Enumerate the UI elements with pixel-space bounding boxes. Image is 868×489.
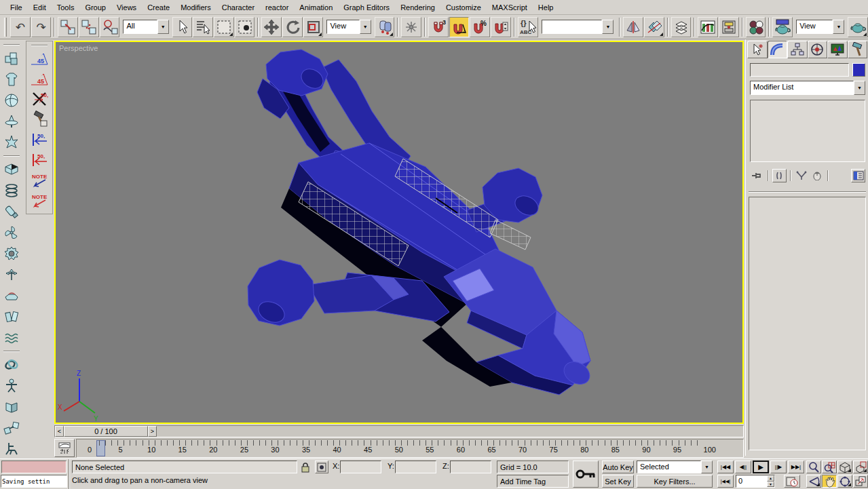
timeline-ruler[interactable]: 0510152025303540455055606570758085909510…	[76, 439, 744, 458]
redo-button[interactable]: ↷	[31, 17, 52, 37]
menu-item[interactable]: Rendering	[396, 2, 440, 13]
zoom-extents-all-button[interactable]	[853, 461, 868, 473]
fan-button[interactable]	[1, 222, 22, 242]
tab-display[interactable]	[827, 41, 848, 58]
menu-item[interactable]: Help	[533, 2, 559, 13]
rope-knot-button[interactable]	[1, 355, 22, 374]
tab-create[interactable]	[747, 41, 768, 58]
menu-item[interactable]: Customize	[441, 2, 486, 13]
go-to-end-button[interactable]: ▶▶|	[788, 461, 804, 473]
layer-manager-button[interactable]	[671, 17, 692, 37]
menu-item[interactable]: Group	[80, 2, 111, 13]
select-object-button[interactable]	[172, 17, 193, 37]
frame-50-red-button[interactable]: 50,	[28, 150, 51, 170]
rope-collection-button[interactable]	[1, 111, 22, 131]
zoom-all-button[interactable]	[822, 461, 837, 473]
constraint-button[interactable]	[1, 418, 22, 438]
dropdown-arrow-icon[interactable]: ▼	[854, 81, 865, 95]
select-and-move-button[interactable]	[261, 17, 282, 37]
menu-item[interactable]: Tools	[52, 2, 79, 13]
wind-button[interactable]	[1, 265, 22, 285]
toolbar-grip[interactable]	[4, 18, 7, 37]
y-coordinate-field[interactable]	[395, 461, 436, 473]
rigid-body-collection-button[interactable]	[1, 48, 22, 68]
tab-modify[interactable]	[768, 41, 788, 58]
angle-snap-toggle-button[interactable]	[449, 17, 470, 37]
reference-coordinate-dropdown[interactable]: View ▼	[326, 20, 371, 34]
perspective-viewport[interactable]: Z X Y Perspective	[54, 41, 744, 424]
fragment-button[interactable]	[1, 397, 22, 417]
time-configuration-button[interactable]	[784, 475, 800, 488]
key-mode-toggle[interactable]: |◀◀|	[717, 475, 734, 488]
x-coordinate-field[interactable]	[340, 461, 381, 473]
motor-button[interactable]	[1, 243, 22, 263]
align-button[interactable]	[644, 17, 664, 37]
menu-item[interactable]: Create	[143, 2, 174, 13]
tab-utilities[interactable]	[848, 41, 868, 58]
viewport-label[interactable]: Perspective	[59, 44, 98, 52]
make-unique-button[interactable]	[795, 169, 809, 182]
menu-item[interactable]: Character	[217, 2, 259, 13]
dropdown-arrow-icon[interactable]: ▼	[833, 20, 844, 34]
note-key-blue-button[interactable]: NOTE	[28, 170, 51, 191]
object-name-field[interactable]	[750, 63, 849, 77]
water-button[interactable]	[1, 328, 22, 348]
named-selection-set-dropdown[interactable]: ▼	[542, 20, 614, 34]
set-keys-button[interactable]	[573, 461, 599, 488]
frame-spinner[interactable]: ▲ ▼	[767, 475, 774, 487]
tab-motion[interactable]	[808, 41, 828, 58]
percent-snap-toggle-button[interactable]: %	[470, 17, 490, 37]
open-mini-curve-editor-button[interactable]	[54, 439, 75, 457]
play-button[interactable]: ▶	[753, 461, 769, 473]
curve-editor-button[interactable]	[698, 17, 718, 37]
show-end-result-button[interactable]	[772, 169, 787, 182]
disabled-50-button[interactable]: 50,	[28, 89, 51, 109]
next-frame-slider-button[interactable]: >	[148, 426, 157, 437]
cloth-collection-button[interactable]	[1, 69, 22, 89]
spinner-down-icon[interactable]: ▼	[767, 482, 774, 488]
configure-modifier-sets-button[interactable]	[851, 169, 865, 182]
rollout-area[interactable]	[749, 197, 866, 450]
select-by-name-button[interactable]	[193, 17, 213, 37]
dropdown-arrow-icon[interactable]: ▼	[602, 20, 614, 34]
arc-rotate-button[interactable]	[837, 475, 852, 488]
bind-to-space-warp-button[interactable]	[100, 17, 120, 37]
angle-snap-45-red-button[interactable]: 45	[28, 69, 51, 89]
auto-key-button[interactable]: Auto Key	[602, 461, 634, 473]
select-and-rotate-button[interactable]	[282, 17, 303, 37]
object-color-swatch[interactable]	[852, 63, 865, 77]
go-to-start-button[interactable]: |◀◀	[717, 461, 734, 473]
set-key-button[interactable]: Set Key	[602, 475, 634, 488]
key-filters-button[interactable]: Key Filters...	[637, 475, 713, 488]
tab-hierarchy[interactable]	[787, 41, 808, 58]
time-slider[interactable]: < 0 / 100 >	[54, 425, 744, 437]
select-and-scale-button[interactable]	[303, 17, 324, 37]
maxscript-mini-listener[interactable]: Saving settin	[1, 475, 67, 488]
dropdown-arrow-icon[interactable]: ▼	[360, 20, 371, 34]
previous-frame-button[interactable]: ◀||	[735, 461, 751, 473]
current-frame-field[interactable]: 0 ▲ ▼	[736, 475, 775, 488]
min-max-toggle-button[interactable]	[853, 475, 868, 488]
maxscript-macro-recorder[interactable]	[1, 461, 67, 473]
menu-item[interactable]: Animation	[295, 2, 337, 13]
deforming-mesh-collection-button[interactable]	[1, 133, 22, 153]
absolute-offset-toggle[interactable]	[315, 461, 328, 473]
rectangular-selection-region-button[interactable]	[214, 17, 234, 37]
selection-lock-toggle[interactable]	[299, 461, 312, 473]
render-type-dropdown[interactable]: View ▼	[796, 20, 844, 34]
menu-item[interactable]: File	[5, 2, 27, 13]
window-crossing-button[interactable]	[235, 17, 255, 37]
quick-render-button[interactable]	[848, 17, 868, 37]
unlink-selection-button[interactable]	[79, 17, 99, 37]
selection-filter-dropdown[interactable]: All ▼	[123, 20, 168, 34]
modifier-stack-list[interactable]	[750, 100, 865, 162]
render-scene-button[interactable]	[772, 17, 793, 37]
note-key-red-button[interactable]: NOTE	[28, 191, 51, 211]
dropdown-arrow-icon[interactable]: ▼	[157, 20, 169, 34]
menu-item[interactable]: reactor	[261, 2, 293, 13]
marker-button[interactable]	[1, 201, 22, 221]
wreck-button[interactable]	[1, 439, 22, 459]
menu-item[interactable]: MAXScript	[487, 2, 532, 13]
zoom-extents-button[interactable]	[837, 461, 852, 473]
menu-item[interactable]: Edit	[29, 2, 51, 13]
